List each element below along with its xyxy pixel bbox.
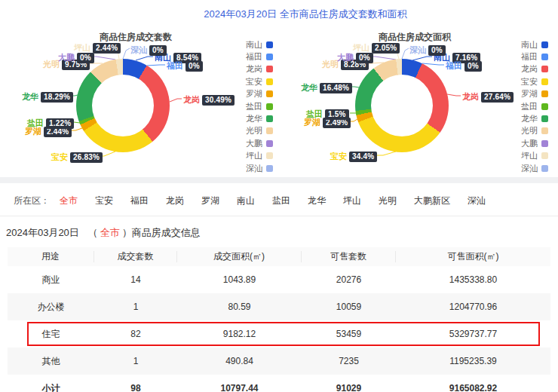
- section-suffix: 商品房成交信息: [132, 227, 201, 238]
- table-cell: 1204770.96: [396, 302, 550, 312]
- table-cell: 商业: [8, 274, 94, 286]
- legend-label: 盐田: [521, 101, 538, 112]
- paren-close: ）: [122, 227, 132, 238]
- donut-chart[interactable]: [355, 59, 449, 152]
- legend-item-龙岗[interactable]: 龙岗: [238, 63, 273, 75]
- legend-label: 坪山: [521, 150, 538, 161]
- legend-swatch: [266, 152, 273, 159]
- leader-line-坪山: [392, 47, 399, 59]
- table-cell: 98: [94, 383, 177, 392]
- legend-item-坪山[interactable]: 坪山: [514, 150, 548, 162]
- leader-line-龙岗: [170, 99, 182, 102]
- chart-legend: 南山福田龙岗宝安罗湖盐田龙华光明大鹏坪山深汕: [514, 38, 548, 174]
- legend-item-深汕[interactable]: 深汕: [238, 162, 273, 174]
- legend-swatch: [266, 140, 273, 147]
- table-section-title: 2024年03月20日（全市）商品房成交信息: [6, 226, 558, 240]
- leader-line-福田: [147, 65, 165, 66]
- district-filter-宝安[interactable]: 宝安: [95, 194, 113, 207]
- legend-item-龙华[interactable]: 龙华: [238, 112, 273, 124]
- legend-label: 罗湖: [246, 88, 262, 100]
- table-cell: 小计: [8, 382, 94, 392]
- district-filter-光明[interactable]: 光明: [379, 194, 397, 207]
- legend-swatch: [266, 78, 273, 85]
- district-filter-坪山[interactable]: 坪山: [343, 194, 361, 207]
- legend-item-龙华[interactable]: 龙华: [514, 112, 548, 124]
- donut-chart[interactable]: [76, 59, 170, 152]
- legend-label: 罗湖: [521, 88, 538, 100]
- legend-item-福田[interactable]: 福田: [238, 51, 273, 63]
- section-date: 2024年03月20日: [6, 227, 79, 238]
- district-filter-深汕[interactable]: 深汕: [468, 194, 486, 207]
- table-cell: 91029: [302, 383, 396, 392]
- district-filter-全市[interactable]: 全市: [60, 194, 78, 207]
- leader-line-大鹏: [91, 57, 115, 60]
- paren-open: （: [88, 227, 98, 238]
- transactions-table: 用途成交套数成交面积(㎡)可售套数可售面积(㎡) 商业141043.892027…: [8, 247, 550, 392]
- district-filter-盐田[interactable]: 盐田: [272, 194, 290, 207]
- legend-item-大鹏[interactable]: 大鹏: [514, 137, 548, 149]
- legend-item-福田[interactable]: 福田: [514, 51, 548, 63]
- legend-label: 盐田: [246, 101, 262, 112]
- section-scope: 全市: [100, 227, 120, 238]
- district-filter-龙华[interactable]: 龙华: [308, 194, 326, 207]
- legend-item-深汕[interactable]: 深汕: [514, 162, 548, 174]
- table-cell: 7235: [302, 356, 396, 366]
- legend-label: 大鹏: [521, 138, 538, 149]
- district-filter-南山[interactable]: 南山: [237, 194, 255, 207]
- table-row-小计: 小计9810797.44910299165082.92: [8, 375, 550, 392]
- district-filter-罗湖[interactable]: 罗湖: [201, 194, 219, 207]
- legend-label: 宝安: [521, 76, 538, 87]
- legend-label: 光明: [521, 125, 538, 136]
- legend-label: 龙岗: [246, 63, 262, 75]
- legend-swatch: [266, 90, 273, 97]
- legend-item-罗湖[interactable]: 罗湖: [238, 88, 273, 100]
- legend-item-大鹏[interactable]: 大鹏: [238, 137, 273, 149]
- legend-item-罗湖[interactable]: 罗湖: [514, 88, 548, 100]
- district-filter-bar: 所在区： 全市宝安福田龙岗罗湖南山盐田龙华坪山光明大鹏新区深汕: [0, 183, 558, 216]
- district-filter-龙岗[interactable]: 龙岗: [166, 194, 184, 207]
- legend-swatch: [541, 90, 548, 97]
- legend-label: 大鹏: [246, 138, 262, 149]
- legend-item-南山[interactable]: 南山: [238, 38, 273, 51]
- legend-swatch: [266, 127, 273, 134]
- legend-label: 深汕: [521, 163, 538, 174]
- table-row-办公楼: 办公楼180.59100591204770.96: [8, 293, 550, 320]
- table-row-商业: 商业141043.89202761435338.80: [8, 266, 550, 293]
- legend-item-宝安[interactable]: 宝安: [514, 75, 548, 87]
- table-cell: 9182.12: [177, 329, 302, 339]
- table-header-cell: 用途: [8, 251, 94, 262]
- district-filter-福田[interactable]: 福田: [130, 194, 149, 207]
- legend-swatch: [541, 127, 548, 134]
- section-divider: [0, 177, 558, 183]
- table-cell: 10059: [302, 302, 396, 312]
- leader-line-深汕: [402, 48, 409, 59]
- table-row-住宅: 住宅829182.12534595329737.77: [8, 320, 550, 348]
- legend-item-宝安[interactable]: 宝安: [238, 75, 273, 87]
- legend-swatch: [266, 54, 273, 60]
- legend-item-光明[interactable]: 光明: [238, 125, 273, 137]
- legend-item-盐田[interactable]: 盐田: [238, 100, 273, 112]
- table-cell: 10797.44: [177, 383, 302, 392]
- filter-label: 所在区：: [14, 194, 50, 207]
- table-body: 商业141043.89202761435338.80办公楼180.5910059…: [8, 266, 550, 392]
- table-cell: 1: [94, 302, 177, 312]
- legend-swatch: [541, 140, 548, 147]
- legend-label: 龙华: [246, 113, 262, 124]
- chart-transaction-area: 商品住房成交面积 南山7.16%福田0%龙岗27.64%宝安34.4%罗湖2.4…: [279, 28, 558, 177]
- leader-line-宝安: [94, 152, 115, 156]
- page-title: 2024年03月20日 全市商品住房成交套数和面积: [0, 0, 558, 21]
- legend-item-南山[interactable]: 南山: [514, 38, 548, 51]
- charts-row: 商品住房成交套数 南山8.54%福田0%龙岗30.49%宝安26.83%罗湖2.…: [0, 28, 558, 177]
- table-header-row: 用途成交套数成交面积(㎡)可售套数可售面积(㎡): [8, 247, 550, 266]
- legend-swatch: [541, 41, 548, 48]
- legend-label: 福田: [246, 51, 262, 63]
- legend-item-光明[interactable]: 光明: [514, 125, 548, 137]
- district-filter-大鹏新区[interactable]: 大鹏新区: [414, 194, 450, 207]
- legend-label: 宝安: [246, 76, 262, 87]
- table-cell: 20276: [302, 274, 396, 285]
- legend-item-盐田[interactable]: 盐田: [514, 100, 548, 112]
- legend-item-坪山[interactable]: 坪山: [238, 150, 273, 162]
- legend-item-龙岗[interactable]: 龙岗: [514, 63, 548, 75]
- table-row-其他: 其他1490.8472351195235.39: [8, 348, 550, 375]
- legend-swatch: [541, 66, 548, 72]
